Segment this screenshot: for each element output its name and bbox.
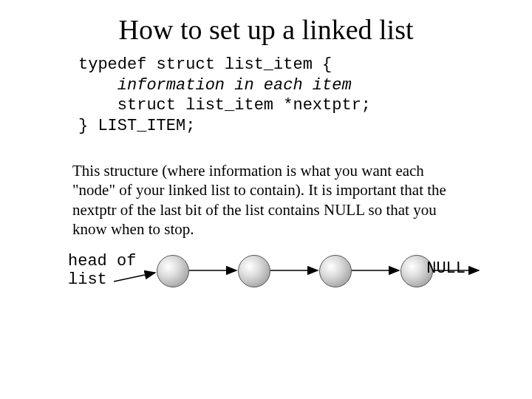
svg-line-0 <box>114 273 155 282</box>
code-line-1: typedef struct list_item { <box>78 55 332 74</box>
linked-list-diagram: head of list NULL <box>68 249 473 308</box>
code-block: typedef struct list_item { information i… <box>78 55 495 136</box>
page-title: How to set up a linked list <box>37 13 495 46</box>
code-line-2: information in each item <box>78 76 352 95</box>
code-line-3: struct list_item *nextptr; <box>78 96 371 115</box>
arrows <box>68 249 473 308</box>
null-label: NULL <box>426 259 466 278</box>
code-line-4: } LIST_ITEM; <box>78 117 195 135</box>
explanation-paragraph: This structure (where information is wha… <box>72 161 460 239</box>
